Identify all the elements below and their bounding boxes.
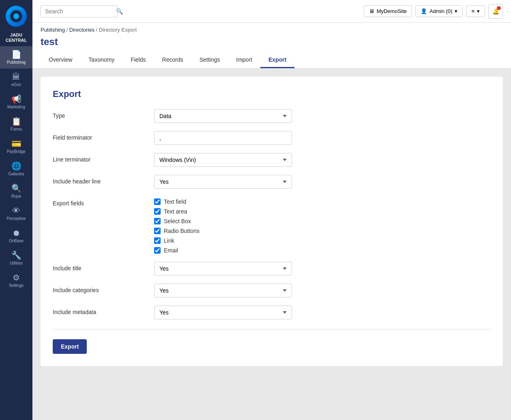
page-content: Publishing / Directories / Directory Exp… bbox=[32, 23, 511, 420]
export-fields-row: Export fields Text field Text area bbox=[53, 197, 491, 254]
tab-export[interactable]: Export bbox=[260, 52, 294, 68]
line-terminator-label: Line terminator bbox=[53, 153, 154, 163]
line-terminator-select[interactable]: Windows (\r\n) Unix (\n) Mac (\r) bbox=[154, 153, 292, 167]
include-categories-control: Yes No bbox=[154, 284, 292, 297]
header-actions: 🖥 MyDemoSite 👤 Admin (0) ▾ ≡ ▾ 🔔 bbox=[364, 4, 503, 19]
checkbox-link-input[interactable] bbox=[154, 237, 161, 244]
logo-inner bbox=[10, 10, 22, 22]
export-section: Export Type Data Field terminator Li bbox=[41, 77, 503, 366]
sidebar-brand: JADU CENTRAL bbox=[6, 32, 27, 43]
sidebar-item-marketing[interactable]: 📢 Marketing bbox=[0, 91, 32, 113]
onbase-icon: ⏺ bbox=[12, 229, 20, 237]
export-fields-control: Text field Text area Select Box Rad bbox=[154, 197, 292, 254]
include-title-select[interactable]: Yes No bbox=[154, 262, 292, 276]
sidebar-item-perceptive[interactable]: 👁 Perceptive bbox=[0, 202, 32, 225]
checkbox-radio-buttons[interactable]: Radio Buttons bbox=[154, 228, 292, 234]
sidebar-nav: 📄 Publishing 🏛 eGov 📢 Marketing 📋 Forms … bbox=[0, 46, 32, 420]
include-metadata-row: Include metadata Yes No bbox=[53, 306, 491, 319]
settings-icon: ⚙ bbox=[13, 274, 20, 282]
paybridge-icon: 💳 bbox=[11, 140, 21, 148]
sidebar-item-egov[interactable]: 🏛 eGov bbox=[0, 69, 32, 91]
sidebar-item-forms[interactable]: 📋 Forms bbox=[0, 113, 32, 136]
mysite-button[interactable]: 🖥 MyDemoSite bbox=[364, 5, 412, 17]
search-box[interactable]: 🔍 bbox=[41, 5, 118, 17]
checkbox-text-field[interactable]: Text field bbox=[154, 198, 292, 205]
include-categories-label: Include categories bbox=[53, 284, 154, 293]
forms-icon: 📋 bbox=[11, 117, 21, 125]
sidebar-item-utilities[interactable]: 🔧 Utilities bbox=[0, 247, 32, 269]
sidebar-item-onbase[interactable]: ⏺ OnBase bbox=[0, 225, 32, 247]
field-terminator-row: Field terminator bbox=[53, 131, 491, 145]
checkbox-text-area[interactable]: Text area bbox=[154, 208, 292, 215]
menu-icon: ≡ bbox=[471, 8, 474, 14]
include-metadata-select[interactable]: Yes No bbox=[154, 306, 292, 319]
include-metadata-control: Yes No bbox=[154, 306, 292, 319]
tab-import[interactable]: Import bbox=[228, 52, 260, 68]
type-control: Data bbox=[154, 109, 292, 123]
include-categories-select[interactable]: Yes No bbox=[154, 284, 292, 297]
checkbox-link[interactable]: Link bbox=[154, 237, 292, 244]
menu-button[interactable]: ≡ ▾ bbox=[466, 5, 485, 17]
include-metadata-label: Include metadata bbox=[53, 306, 154, 315]
sidebar-item-settings[interactable]: ⚙ Settings bbox=[0, 269, 32, 292]
tab-records[interactable]: Records bbox=[154, 52, 191, 68]
checkbox-email[interactable]: Email bbox=[154, 247, 292, 254]
include-header-control: Yes No bbox=[154, 175, 292, 189]
checkbox-select-box-input[interactable] bbox=[154, 218, 161, 224]
breadcrumb-sep2: / bbox=[96, 27, 99, 33]
header: 🔍 🖥 MyDemoSite 👤 Admin (0) ▾ ≡ ▾ 🔔 bbox=[32, 0, 511, 23]
breadcrumb-publishing[interactable]: Publishing bbox=[41, 27, 65, 33]
include-header-label: Include header line bbox=[53, 175, 154, 185]
galaxies-icon: 🌐 bbox=[11, 162, 21, 170]
utilities-icon: 🔧 bbox=[11, 251, 21, 259]
tabs: Overview Taxonomy Fields Records Setting… bbox=[41, 52, 503, 68]
main-content: 🔍 🖥 MyDemoSite 👤 Admin (0) ▾ ≡ ▾ 🔔 bbox=[32, 0, 511, 420]
notification-badge bbox=[497, 6, 501, 10]
type-row: Type Data bbox=[53, 109, 491, 123]
checkbox-text-area-input[interactable] bbox=[154, 208, 161, 215]
egov-icon: 🏛 bbox=[12, 73, 20, 81]
export-title: Export bbox=[53, 89, 491, 99]
breadcrumb: Publishing / Directories / Directory Exp… bbox=[41, 27, 503, 33]
breadcrumb-current: Directory Export bbox=[99, 27, 137, 33]
field-terminator-control bbox=[154, 131, 292, 145]
admin-icon: 👤 bbox=[421, 8, 427, 14]
search-input[interactable] bbox=[45, 8, 116, 15]
tab-settings[interactable]: Settings bbox=[191, 52, 228, 68]
checkbox-radio-buttons-input[interactable] bbox=[154, 228, 161, 234]
breadcrumb-directories[interactable]: Directories bbox=[69, 27, 94, 33]
type-select[interactable]: Data bbox=[154, 109, 292, 123]
logo-circle bbox=[6, 6, 27, 27]
form-divider bbox=[53, 329, 491, 330]
chevron-down-icon: ▾ bbox=[455, 8, 457, 14]
page-header: Publishing / Directories / Directory Exp… bbox=[32, 23, 511, 69]
chevron-down-icon-2: ▾ bbox=[477, 8, 480, 14]
include-categories-row: Include categories Yes No bbox=[53, 284, 491, 297]
perceptive-icon: 👁 bbox=[12, 207, 20, 215]
tab-taxonomy[interactable]: Taxonomy bbox=[80, 52, 122, 68]
marketing-icon: 📢 bbox=[11, 95, 21, 103]
export-button[interactable]: Export bbox=[53, 339, 87, 354]
tab-fields[interactable]: Fields bbox=[122, 52, 154, 68]
sidebar-item-paybridge[interactable]: 💳 PayBridge bbox=[0, 136, 32, 158]
line-terminator-row: Line terminator Windows (\r\n) Unix (\n)… bbox=[53, 153, 491, 167]
checkbox-text-field-input[interactable] bbox=[154, 198, 161, 205]
checkbox-select-box[interactable]: Select Box bbox=[154, 218, 292, 224]
include-title-row: Include title Yes No bbox=[53, 262, 491, 276]
line-terminator-control: Windows (\r\n) Unix (\n) Mac (\r) bbox=[154, 153, 292, 167]
sidebar-item-galaxies[interactable]: 🌐 Galaxies bbox=[0, 158, 32, 180]
sidebar-item-publishing[interactable]: 📄 Publishing bbox=[0, 46, 32, 69]
include-title-label: Include title bbox=[53, 262, 154, 271]
sidebar-logo bbox=[0, 0, 32, 32]
checkbox-email-input[interactable] bbox=[154, 247, 161, 254]
sidebar-item-rupa[interactable]: 🔍 Rupa bbox=[0, 180, 32, 202]
publishing-icon: 📄 bbox=[11, 50, 21, 58]
tab-overview[interactable]: Overview bbox=[41, 52, 80, 68]
rupa-icon: 🔍 bbox=[11, 184, 21, 192]
include-header-select[interactable]: Yes No bbox=[154, 175, 292, 189]
notifications-button[interactable]: 🔔 bbox=[488, 4, 503, 19]
logo-dot bbox=[13, 13, 19, 19]
field-terminator-input[interactable] bbox=[154, 131, 292, 145]
include-header-row: Include header line Yes No bbox=[53, 175, 491, 189]
admin-button[interactable]: 👤 Admin (0) ▾ bbox=[415, 5, 463, 17]
